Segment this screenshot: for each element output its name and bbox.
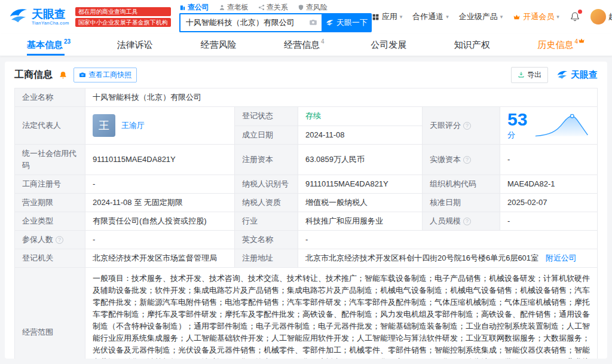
field-label: 注册地址 <box>235 249 298 268</box>
menu-enterprise-products[interactable]: 企业级产品 ▾ <box>459 11 503 22</box>
search-tab-company[interactable]: 查公司 <box>179 2 209 13</box>
menu-apps[interactable]: 应用 ▾ <box>372 11 403 22</box>
building-icon <box>179 4 186 11</box>
search-button-logo-icon <box>326 19 334 27</box>
slogan-line-1: 都在用的商业查询工具 <box>75 7 171 16</box>
export-button[interactable]: 导出 <box>511 67 548 83</box>
table-row: 参保人数? - 英文名称 - <box>15 231 598 249</box>
search-tab-relation[interactable]: 查关系 <box>258 2 288 13</box>
brand-slogans: 都在用的商业查询工具 国家中小企业发展子基金旗下机构 <box>75 7 171 27</box>
company-type-value: 有限责任公司(自然人投资或控股) <box>85 212 235 231</box>
business-info-card: 工商信息 查看工商快照 导出 天眼查 <box>5 62 607 359</box>
tianyancha-watermark-logo: 天眼查 <box>556 69 598 81</box>
person-icon <box>219 4 225 11</box>
nearby-companies-link[interactable]: 附近公司 <box>546 253 577 262</box>
help-icon[interactable]: ? <box>463 122 471 130</box>
field-label: 营业期限 <box>15 194 85 212</box>
establish-date-value: 2024-11-08 <box>298 126 423 145</box>
field-label: 参保人数? <box>15 231 85 249</box>
score-unit: 分 <box>507 130 515 139</box>
field-label: 组织机构代码 <box>423 175 500 194</box>
business-info-table: 企业名称 十风智能科技（北京）有限公司 法定代表人 王 王渝厅 登记状态 存续 … <box>14 88 598 359</box>
camera-icon[interactable] <box>309 18 317 29</box>
field-label: 核准日期 <box>423 194 500 212</box>
field-label: 工商注册号 <box>15 175 85 194</box>
industry-value: 科技推广和应用服务业 <box>298 212 423 231</box>
field-label: 英文名称 <box>235 231 298 249</box>
tianyancha-logo-icon <box>8 5 29 28</box>
tab-legal-litigation[interactable]: 法律诉讼 <box>117 33 154 56</box>
registered-capital-value: 63.0859万人民币 <box>298 145 423 175</box>
tab-count: 23 <box>64 38 71 45</box>
tab-business-info[interactable]: 经营信息 4 <box>284 33 325 56</box>
field-label: 企业名称 <box>15 88 85 107</box>
search-tabs: 查公司 查老板 查关系 查风险 <box>179 1 372 13</box>
chevron-down-icon: ▾ <box>400 14 403 20</box>
table-row: 企业类型 有限责任公司(自然人投资或控股) 行业 科技推广和应用服务业 人员规模… <box>15 212 598 231</box>
field-label: 经营范围 <box>15 268 85 359</box>
registered-address-cell: 北京市北京经济技术开发区科创十四街20号院16号楼6单元6层601室 附近公司 <box>298 249 598 268</box>
help-icon[interactable]: ? <box>463 156 471 164</box>
tab-basic-info[interactable]: 基本信息 23 <box>27 33 71 56</box>
registration-status-value: 存续 <box>298 107 423 126</box>
relation-icon <box>258 4 265 11</box>
score-distribution-chart <box>534 112 590 139</box>
credit-code-value: 91110115MAE4DA821Y <box>85 145 235 175</box>
company-section-nav: 基本信息 23 法律诉讼 经营风险 经营信息 4 公司发展 知识产权 历史信息 … <box>0 33 612 56</box>
legal-representative-cell: 王 王渝厅 <box>85 107 235 145</box>
insured-count-value: - <box>85 231 235 249</box>
table-row: 法定代表人 王 王渝厅 登记状态 存续 天眼评分? 53分 <box>15 107 598 126</box>
field-label: 行业 <box>235 212 298 231</box>
tianyan-score-cell[interactable]: 53分 <box>500 107 598 145</box>
field-label: 实缴资本? <box>423 145 500 175</box>
menu-cooperation[interactable]: 合作通道 ▾ <box>412 11 449 22</box>
avatar <box>590 9 606 25</box>
score-value: 53 <box>507 109 527 129</box>
field-label: 纳税人识别号 <box>235 175 298 194</box>
tab-history-info[interactable]: 历史信息 4 <box>537 33 585 56</box>
approval-date-value: 2025-02-07 <box>500 194 598 212</box>
table-row: 经营范围 一般项目：技术服务、技术开发、技术咨询、技术交流、技术转让、技术推广；… <box>15 268 598 359</box>
tianyancha-logo-icon <box>556 69 568 81</box>
paid-capital-value: - <box>500 145 598 175</box>
top-header: 天眼查 TianYanCha.com 都在用的商业查询工具 国家中小企业发展子基… <box>0 0 612 33</box>
tab-company-development[interactable]: 公司发展 <box>371 33 408 56</box>
org-code-value: MAE4DA82-1 <box>500 175 598 194</box>
table-row: 工商注册号 - 纳税人识别号 91110115MAE4DA821Y 组织机构代码… <box>15 175 598 194</box>
registered-address-value: 北京市北京经济技术开发区科创十四街20号院16号楼6单元6层601室 <box>305 253 538 262</box>
tianyancha-logo[interactable]: 天眼查 TianYanCha.com <box>8 5 69 28</box>
business-scope-value: 一般项目：技术服务、技术开发、技术咨询、技术交流、技术转让、技术推广；智能车载设… <box>85 268 598 359</box>
search-tab-boss[interactable]: 查老板 <box>219 2 249 13</box>
card-header: 工商信息 查看工商快照 导出 天眼查 <box>14 62 598 88</box>
table-row: 登记机关 北京经济技术开发区市场监督管理局 注册地址 北京市北京经济技术开发区科… <box>15 249 598 268</box>
monitor-bell-icon[interactable] <box>59 71 68 79</box>
main-content: 工商信息 查看工商快照 导出 天眼查 <box>0 56 612 364</box>
search-tab-risk[interactable]: 查风险 <box>298 2 328 13</box>
search-block: 查公司 查老板 查关系 查风险 <box>179 1 372 32</box>
field-label: 纳税人资质 <box>235 194 298 212</box>
search-input[interactable] <box>179 13 322 32</box>
table-row: 企业名称 十风智能科技（北京）有限公司 <box>15 88 598 107</box>
help-icon[interactable]: ? <box>56 236 63 244</box>
field-label: 成立日期 <box>235 126 298 145</box>
field-label: 人员规模? <box>423 212 500 231</box>
notification-bell-icon[interactable] <box>570 11 580 22</box>
help-icon[interactable]: ? <box>463 218 471 225</box>
chevron-down-icon: ▾ <box>446 14 449 20</box>
legal-rep-name-link[interactable]: 王渝厅 <box>121 120 145 131</box>
business-snapshot-button[interactable]: 查看工商快照 <box>74 68 137 82</box>
tab-operation-risk[interactable]: 经营风险 <box>200 33 237 56</box>
staff-size-value: - <box>500 212 598 231</box>
crown-icon <box>513 13 521 21</box>
field-label: 注册资本 <box>235 145 298 175</box>
legal-rep-avatar[interactable]: 王 <box>93 114 115 137</box>
field-label: 法定代表人 <box>15 107 85 145</box>
tab-intellectual-property[interactable]: 知识产权 <box>454 33 491 56</box>
search-button[interactable]: 天眼一下 <box>322 13 372 32</box>
camera-icon <box>79 71 86 78</box>
download-icon <box>518 71 525 78</box>
vip-crown-icon <box>578 37 585 44</box>
user-account[interactable]: 超级 ▾ <box>590 9 612 25</box>
menu-vip-upgrade[interactable]: 开通会员 ▾ <box>513 11 559 22</box>
company-name-value: 十风智能科技（北京）有限公司 <box>85 88 598 107</box>
